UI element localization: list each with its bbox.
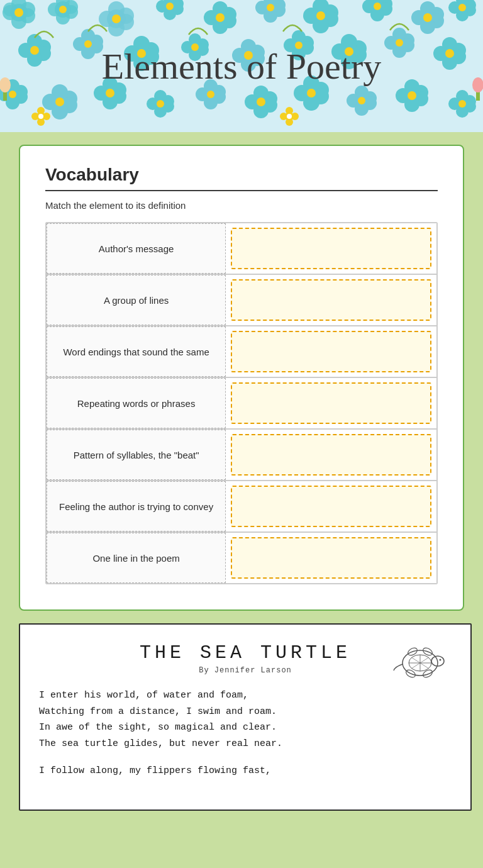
floral-header: Elements of Poetry: [0, 0, 483, 132]
svg-point-95: [189, 33, 201, 46]
svg-point-73: [36, 46, 51, 61]
svg-point-66: [464, 4, 476, 16]
svg-point-83: [81, 45, 95, 59]
svg-point-180: [294, 85, 310, 101]
svg-point-181: [303, 94, 319, 111]
match-row-1: Author's message: [46, 223, 437, 274]
svg-point-227: [440, 659, 441, 661]
svg-point-1: [20, 2, 35, 17]
svg-point-194: [396, 88, 411, 103]
svg-point-21: [112, 14, 121, 23]
svg-point-209: [37, 107, 45, 114]
definition-1: Author's message: [47, 223, 226, 274]
svg-point-129: [451, 49, 466, 64]
matching-exercise: Author's message A group of lines Word e…: [45, 222, 438, 584]
vocabulary-divider: [45, 190, 438, 191]
svg-point-6: [3, 3, 17, 16]
svg-point-125: [392, 44, 406, 58]
svg-point-171: [262, 97, 277, 113]
svg-point-126: [396, 39, 403, 47]
answer-box-7[interactable]: [231, 537, 431, 579]
svg-point-212: [31, 113, 39, 120]
svg-point-69: [456, 9, 469, 21]
svg-point-210: [43, 113, 50, 120]
svg-point-214: [285, 112, 294, 121]
svg-point-8: [55, 1, 71, 18]
svg-point-25: [164, 0, 176, 5]
answer-box-6[interactable]: [231, 486, 431, 527]
svg-point-185: [363, 96, 377, 110]
svg-point-57: [419, 9, 436, 26]
svg-point-4: [3, 5, 18, 20]
svg-point-81: [81, 29, 95, 43]
svg-point-75: [18, 43, 33, 58]
svg-point-231: [422, 669, 434, 679]
svg-point-5: [11, 14, 26, 29]
svg-point-174: [253, 103, 269, 118]
poem-card: THE SEA TURTLE By Jennifer Larson: [19, 623, 472, 811]
vocabulary-instruction: Match the element to its definition: [45, 200, 438, 211]
svg-point-121: [401, 33, 414, 47]
svg-point-216: [291, 113, 299, 120]
match-row-5: Pattern of syllables, the "beat": [46, 429, 437, 481]
match-row-3: Word endings that sound the same: [46, 326, 437, 377]
svg-point-60: [420, 1, 435, 16]
svg-point-71: [26, 42, 43, 59]
svg-point-173: [245, 94, 260, 109]
svg-point-68: [448, 1, 461, 14]
answer-box-2[interactable]: [231, 279, 431, 321]
definition-4: Repeating words or phrases: [47, 378, 226, 428]
poem-line-2: Watching from a distance, I swim and roa…: [39, 704, 452, 720]
svg-point-140: [9, 91, 16, 98]
svg-point-193: [404, 79, 419, 94]
svg-point-18: [108, 1, 125, 18]
definition-6: Feeling the author is trying to convey: [47, 481, 226, 531]
svg-point-0: [10, 4, 28, 21]
svg-point-196: [408, 91, 416, 100]
answer-box-4[interactable]: [231, 382, 431, 424]
svg-point-49: [316, 11, 325, 20]
svg-point-26: [156, 0, 169, 13]
svg-point-155: [153, 96, 168, 111]
svg-point-77: [30, 46, 39, 55]
svg-point-10: [64, 5, 78, 19]
svg-point-31: [221, 13, 236, 28]
svg-point-190: [403, 87, 421, 104]
poem-stanza-2: I follow along, my flippers flowing fast…: [39, 763, 452, 779]
answer-box-1[interactable]: [231, 228, 431, 269]
poem-body: I enter his world, of water and foam, Wa…: [39, 687, 452, 779]
svg-point-192: [413, 91, 428, 106]
svg-point-33: [204, 10, 219, 25]
definition-3: Word endings that sound the same: [47, 326, 226, 377]
answer-box-5[interactable]: [231, 434, 431, 476]
svg-point-219: [287, 114, 292, 119]
svg-point-7: [14, 8, 23, 17]
svg-rect-206: [3, 88, 7, 101]
svg-point-189: [358, 97, 365, 104]
svg-point-37: [272, 0, 286, 12]
svg-point-3: [11, 0, 26, 11]
svg-point-154: [106, 89, 114, 97]
svg-point-22: [162, 0, 177, 14]
answer-col-5: [226, 430, 436, 480]
svg-point-207: [0, 77, 11, 92]
answer-col-3: [226, 326, 436, 377]
svg-point-145: [42, 94, 58, 110]
answer-box-3[interactable]: [231, 331, 431, 372]
svg-point-134: [4, 86, 21, 103]
svg-point-198: [464, 95, 476, 108]
svg-point-191: [413, 85, 428, 100]
poem-line-5: I follow along, my flippers flowing fast…: [39, 763, 452, 779]
svg-point-139: [6, 96, 19, 109]
svg-point-122: [401, 38, 414, 52]
svg-point-138: [0, 87, 11, 101]
svg-point-164: [212, 90, 226, 104]
svg-point-142: [61, 91, 77, 107]
svg-point-20: [108, 20, 125, 36]
svg-point-28: [166, 3, 174, 10]
svg-point-178: [313, 88, 329, 104]
svg-point-39: [264, 0, 277, 6]
svg-point-215: [286, 107, 293, 114]
svg-point-47: [303, 8, 319, 24]
svg-point-211: [37, 118, 45, 126]
